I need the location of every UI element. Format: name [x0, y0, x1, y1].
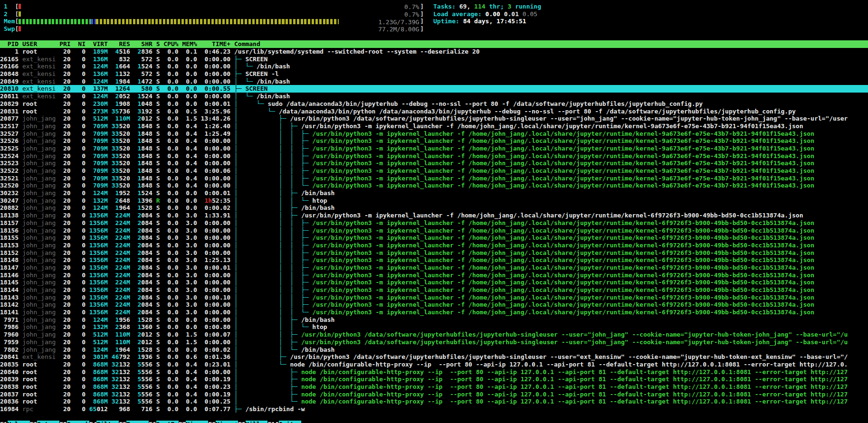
- command-text: /bin/bash: [301, 189, 334, 197]
- cell-pri: 20: [56, 309, 70, 316]
- column-header-ni[interactable]: NI: [71, 40, 86, 48]
- cell-virt: 1356M: [86, 309, 108, 316]
- process-row[interactable]: 20841ext_kensi200301M467921936S0.00.60:0…: [0, 353, 868, 361]
- column-header-user[interactable]: USER: [19, 40, 56, 48]
- process-row[interactable]: 7986john_jang200132M23681360S0.00.00:00.…: [0, 323, 868, 331]
- process-row[interactable]: 16984rpc20065012968716S0.00.00:07.77├─ /…: [0, 405, 868, 413]
- cell-mem: 0.0: [179, 85, 197, 93]
- process-row[interactable]: 32527john_jang200709M335201848S0.00.41:2…: [0, 130, 868, 138]
- tasks-summary-segment: running: [515, 3, 541, 10]
- process-row[interactable]: 7971john_jang200124M19561528S0.00.00:00.…: [0, 316, 868, 324]
- process-row[interactable]: 20849ext_kensi200124M19841472S0.00.00:00…: [0, 78, 868, 85]
- process-row[interactable]: 20831root200273M357363192S0.00.53:25.96│…: [0, 108, 868, 115]
- cell-res: 33520: [108, 182, 130, 189]
- column-header-res[interactable]: RES: [108, 40, 130, 48]
- process-row[interactable]: 20877john_jang200512M110M2012S0.01.513:4…: [0, 115, 868, 122]
- process-row[interactable]: 18148john_jang2001356M224M2084S0.03.01:2…: [0, 256, 868, 264]
- process-row[interactable]: 18142john_jang2001356M224M2084S0.03.00:0…: [0, 301, 868, 309]
- process-row-selected[interactable]: 20810ext_kensi200137M1264580S0.00.00:00.…: [0, 85, 868, 93]
- fkey-f9[interactable]: F9Kill: [238, 421, 268, 423]
- process-row[interactable]: 20839root200868M321325556S0.00.40:00.19│…: [0, 376, 868, 383]
- process-row[interactable]: 32517john_jang200709M335201848S0.00.41:2…: [0, 122, 868, 130]
- process-table-header[interactable]: PIDUSERPRINIVIRTRESSHRSCPU%MEM%TIME+Comm…: [0, 40, 868, 48]
- process-row[interactable]: 32522john_jang200709M335201848S0.00.40:0…: [0, 167, 868, 175]
- process-row[interactable]: 32523john_jang200709M335201848S0.00.40:0…: [0, 160, 868, 167]
- process-row[interactable]: 20836root200868M321325556S0.00.40:00.25│…: [0, 398, 868, 405]
- process-row[interactable]: 20882john_jang200124M19641528S0.00.00:00…: [0, 204, 868, 212]
- process-row[interactable]: 18146john_jang2001356M224M2084S0.03.00:0…: [0, 272, 868, 279]
- cell-state: S: [153, 256, 160, 264]
- process-row[interactable]: 20837root200868M321325556S0.00.40:00.19│…: [0, 391, 868, 398]
- process-row[interactable]: 26166ext_kensi200124M16641524S0.00.00:00…: [0, 63, 868, 70]
- cell-time: 0:00.25: [197, 398, 230, 405]
- process-row[interactable]: 32520john_jang200709M335201848S0.00.40:0…: [0, 182, 868, 189]
- cell-user: john_jang: [19, 122, 56, 130]
- column-header-pri[interactable]: PRI: [56, 40, 70, 48]
- process-row[interactable]: 18152john_jang2001356M224M2084S0.03.00:0…: [0, 249, 868, 257]
- column-header-s[interactable]: S: [153, 40, 160, 48]
- fkey-f1[interactable]: F1Help: [0, 421, 30, 423]
- command-text: /usr/bin/python3 /data/software/jupyterh…: [290, 115, 848, 122]
- fkey-f2[interactable]: F2Setup: [30, 421, 60, 423]
- cell-mem: 0.4: [179, 137, 197, 145]
- process-row[interactable]: 20835root200868M321325556S0.00.40:23.01│…: [0, 361, 868, 368]
- process-row[interactable]: 18156john_jang2001356M224M2084S0.03.00:0…: [0, 227, 868, 235]
- process-row[interactable]: 18141john_jang2001356M224M2084S0.03.00:0…: [0, 309, 868, 316]
- cell-cpu: 0.0: [160, 122, 178, 130]
- fkey-f5[interactable]: F5Tree: [119, 421, 149, 423]
- cell-command: │ │ ├─ /usr/bin/python3 -m ipykernel_lau…: [230, 212, 868, 219]
- process-row[interactable]: 32521john_jang200709M335201848S0.00.40:0…: [0, 175, 868, 182]
- cell-state: S: [153, 391, 160, 398]
- process-row[interactable]: 30232john_jang200124M19521524S0.00.00:00…: [0, 189, 868, 197]
- cell-time: 0:00.01: [197, 189, 230, 197]
- fkey-f4[interactable]: F4Filter: [89, 421, 119, 423]
- column-header-time[interactable]: TIME+: [197, 40, 230, 48]
- swp-meter-bar: 77.2M/8.00G: [19, 26, 420, 32]
- cell-command: /usr/lib/systemd/systemd --switched-root…: [230, 48, 868, 56]
- command-text: node /bin/configurable-http-proxy --ip -…: [301, 383, 848, 390]
- process-row[interactable]: 20829root200230M19081048S0.00.00:00.01│ …: [0, 100, 868, 108]
- fkey-f10[interactable]: F10Quit: [267, 421, 301, 423]
- fkey-f8[interactable]: F8Nice +: [208, 421, 238, 423]
- process-row[interactable]: 18157john_jang2001356M224M2084S0.03.00:0…: [0, 219, 868, 227]
- fkey-f3[interactable]: F3Search: [59, 421, 89, 423]
- cell-user: john_jang: [19, 204, 56, 212]
- cell-state: S: [153, 167, 160, 175]
- process-row[interactable]: 20838root200868M321325556S0.00.40:00.23│…: [0, 383, 868, 391]
- command-text: /usr/bin/python3 /data/software/jupyterh…: [301, 331, 848, 338]
- column-header-virt[interactable]: VIRT: [86, 40, 108, 48]
- process-row[interactable]: 20811ext_kensi200124M20521524S0.00.00:00…: [0, 93, 868, 100]
- cell-shr: 1472: [130, 78, 153, 85]
- tree-branch: │ └─: [234, 63, 257, 70]
- command-text: /usr/bin/python3 -m ipykernel_launcher -…: [312, 272, 814, 279]
- process-row[interactable]: 18155john_jang2001356M224M2084S0.03.00:0…: [0, 234, 868, 242]
- process-row[interactable]: 7959john_jang200512M110M2012S0.01.50:00.…: [0, 338, 868, 346]
- column-header-shr[interactable]: SHR: [130, 40, 153, 48]
- process-row[interactable]: 18143john_jang2001356M224M2084S0.03.00:0…: [0, 294, 868, 301]
- process-row[interactable]: 26165ext_kensi200136M832572S0.00.00:00.0…: [0, 56, 868, 63]
- process-row[interactable]: 18145john_jang2001356M224M2084S0.03.00:0…: [0, 279, 868, 286]
- process-row[interactable]: 18138john_jang2001356M224M2084S0.03.01:3…: [0, 212, 868, 219]
- process-row[interactable]: 7960john_jang200512M110M2012S0.01.50:00.…: [0, 331, 868, 338]
- process-row[interactable]: 32524john_jang200709M335201848S0.00.40:0…: [0, 152, 868, 160]
- command-text: /usr/bin/python3 -m ipykernel_launcher -…: [312, 294, 814, 301]
- cell-ni: 0: [71, 85, 86, 93]
- fkey-f7[interactable]: F7Nice -: [179, 421, 209, 423]
- process-row[interactable]: 18144john_jang2001356M224M2084S0.03.00:0…: [0, 286, 868, 294]
- column-header-pid[interactable]: PID: [0, 40, 19, 48]
- process-row[interactable]: 20848ext_kensi200136M1132572S0.00.00:00.…: [0, 70, 868, 78]
- process-row[interactable]: 20840root200868M321325556S0.00.40:00.00│…: [0, 368, 868, 376]
- cell-ni: 0: [71, 383, 86, 391]
- column-header-cpu[interactable]: CPU%: [160, 40, 178, 48]
- process-row[interactable]: 7802john_jang200124M19641528S0.00.00:00.…: [0, 346, 868, 354]
- process-row[interactable]: 32526john_jang200709M335201848S0.00.40:0…: [0, 137, 868, 145]
- process-row[interactable]: 1root200189M45162836S0.00.10:46.23/usr/l…: [0, 48, 868, 56]
- process-row[interactable]: 18147john_jang2001356M224M2084S0.03.00:0…: [0, 264, 868, 272]
- process-row[interactable]: 30247john_jang200132M26481396R0.00.01h52…: [0, 197, 868, 205]
- column-header-command[interactable]: Command: [230, 40, 868, 48]
- fkey-f6[interactable]: F6SortBy: [149, 421, 179, 423]
- process-row[interactable]: 32525john_jang200709M335201848S0.00.40:0…: [0, 145, 868, 152]
- process-row[interactable]: 18153john_jang2001356M224M2084S0.03.00:0…: [0, 242, 868, 249]
- column-header-mem[interactable]: MEM%: [179, 40, 197, 48]
- cell-state: S: [153, 48, 160, 56]
